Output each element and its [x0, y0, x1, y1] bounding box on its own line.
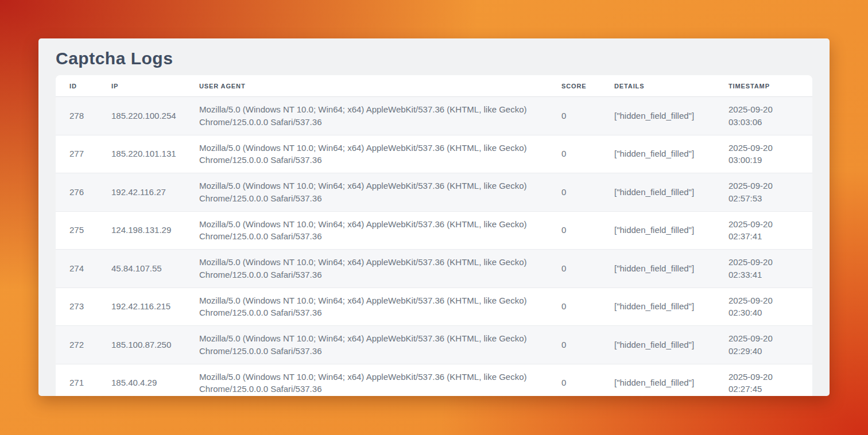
cell-user-agent: Mozilla/5.0 (Windows NT 10.0; Win64; x64… [185, 135, 548, 173]
cell-score: 0 [548, 326, 600, 364]
cell-details: ["hidden_field_filled"] [600, 97, 715, 135]
column-header-timestamp: TIMESTAMP [715, 75, 812, 97]
cell-ip: 185.220.100.254 [98, 97, 185, 135]
cell-user-agent: Mozilla/5.0 (Windows NT 10.0; Win64; x64… [185, 326, 548, 364]
cell-user-agent: Mozilla/5.0 (Windows NT 10.0; Win64; x64… [185, 97, 548, 135]
cell-id: 277 [56, 135, 98, 173]
cell-score: 0 [548, 211, 600, 250]
table-row: 274 45.84.107.55 Mozilla/5.0 (Windows NT… [56, 250, 812, 288]
desktop-background: Captcha Logs ID IP USER AGENT SCORE DETA… [0, 0, 868, 435]
cell-ip: 185.220.101.131 [98, 135, 185, 173]
table-row: 272 185.100.87.250 Mozilla/5.0 (Windows … [56, 326, 812, 364]
column-header-id: ID [56, 75, 98, 97]
cell-timestamp: 2025-09-20 02:33:41 [715, 250, 812, 288]
column-header-ip: IP [98, 75, 185, 97]
captcha-logs-table: ID IP USER AGENT SCORE DETAILS TIMESTAMP… [56, 75, 812, 396]
table-row: 271 185.40.4.29 Mozilla/5.0 (Windows NT … [56, 364, 812, 396]
cell-user-agent: Mozilla/5.0 (Windows NT 10.0; Win64; x64… [185, 250, 548, 288]
cell-ip: 192.42.116.215 [98, 288, 185, 326]
cell-score: 0 [548, 135, 600, 173]
cell-score: 0 [548, 250, 600, 288]
column-header-score: SCORE [548, 75, 600, 97]
cell-id: 272 [56, 326, 98, 364]
cell-user-agent: Mozilla/5.0 (Windows NT 10.0; Win64; x64… [185, 288, 548, 326]
cell-score: 0 [548, 97, 600, 135]
cell-timestamp: 2025-09-20 02:29:40 [715, 326, 812, 364]
cell-details: ["hidden_field_filled"] [600, 211, 715, 250]
cell-details: ["hidden_field_filled"] [600, 135, 715, 173]
cell-timestamp: 2025-09-20 02:37:41 [715, 211, 812, 250]
cell-score: 0 [548, 288, 600, 326]
cell-id: 273 [56, 288, 98, 326]
header-row: ID IP USER AGENT SCORE DETAILS TIMESTAMP [56, 75, 812, 97]
cell-details: ["hidden_field_filled"] [600, 364, 715, 396]
cell-user-agent: Mozilla/5.0 (Windows NT 10.0; Win64; x64… [185, 364, 548, 396]
cell-score: 0 [548, 173, 600, 212]
cell-score: 0 [548, 364, 600, 396]
table-row: 276 192.42.116.27 Mozilla/5.0 (Windows N… [56, 173, 812, 212]
cell-details: ["hidden_field_filled"] [600, 250, 715, 288]
cell-timestamp: 2025-09-20 03:03:06 [715, 97, 812, 135]
cell-id: 278 [56, 97, 98, 135]
cell-id: 274 [56, 250, 98, 288]
cell-id: 271 [56, 364, 98, 396]
cell-id: 275 [56, 211, 98, 250]
table-row: 277 185.220.101.131 Mozilla/5.0 (Windows… [56, 135, 812, 173]
cell-ip: 45.84.107.55 [98, 250, 185, 288]
column-header-user-agent: USER AGENT [185, 75, 548, 97]
cell-user-agent: Mozilla/5.0 (Windows NT 10.0; Win64; x64… [185, 173, 548, 212]
cell-timestamp: 2025-09-20 02:30:40 [715, 288, 812, 326]
table-body: 278 185.220.100.254 Mozilla/5.0 (Windows… [56, 97, 812, 397]
table-header: ID IP USER AGENT SCORE DETAILS TIMESTAMP [56, 75, 812, 97]
cell-details: ["hidden_field_filled"] [600, 288, 715, 326]
cell-timestamp: 2025-09-20 03:00:19 [715, 135, 812, 173]
cell-details: ["hidden_field_filled"] [600, 173, 715, 212]
cell-details: ["hidden_field_filled"] [600, 326, 715, 364]
page-title: Captcha Logs [56, 48, 812, 69]
cell-ip: 192.42.116.27 [98, 173, 185, 212]
table-row: 278 185.220.100.254 Mozilla/5.0 (Windows… [56, 97, 812, 135]
cell-ip: 185.100.87.250 [98, 326, 185, 364]
table-row: 275 124.198.131.29 Mozilla/5.0 (Windows … [56, 211, 812, 250]
cell-ip: 185.40.4.29 [98, 364, 185, 396]
column-header-details: DETAILS [600, 75, 715, 97]
cell-timestamp: 2025-09-20 02:57:53 [715, 173, 812, 212]
cell-user-agent: Mozilla/5.0 (Windows NT 10.0; Win64; x64… [185, 211, 548, 250]
table-row: 273 192.42.116.215 Mozilla/5.0 (Windows … [56, 288, 812, 326]
cell-id: 276 [56, 173, 98, 212]
captcha-logs-card: Captcha Logs ID IP USER AGENT SCORE DETA… [38, 38, 830, 396]
cell-ip: 124.198.131.29 [98, 211, 185, 250]
cell-timestamp: 2025-09-20 02:27:45 [715, 364, 812, 396]
